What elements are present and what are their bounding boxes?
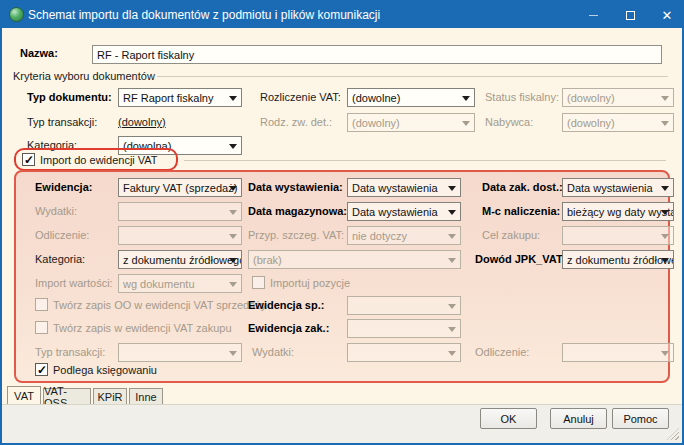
chevron-down-icon — [448, 304, 456, 309]
importuj-pozycje-checkbox — [252, 276, 265, 289]
chevron-down-icon — [229, 144, 237, 149]
chevron-down-icon — [661, 186, 669, 191]
maximize-icon — [626, 11, 635, 20]
typ-dokumentu-label: Typ dokumentu: — [27, 91, 112, 103]
tab-inne-label: Inne — [135, 391, 156, 403]
status-fiskalny-combobox: (dowolny) — [562, 88, 674, 107]
import-vat-checkbox-label: Import do ewidencji VAT — [40, 154, 158, 166]
mc-naliczenia-label: M-c naliczenia: — [482, 205, 560, 217]
ewidencja-label: Ewidencja: — [35, 181, 92, 193]
przyp-szczeg-vat-value: nie dotyczy — [352, 230, 407, 242]
name-input[interactable]: RF - Raport fiskalny — [92, 45, 662, 64]
cancel-button-label: Anuluj — [563, 413, 594, 425]
chevron-down-icon — [448, 327, 456, 332]
import-wartosci-value: wg dokumentu — [123, 278, 195, 290]
dowod-jpk-value: z dokumentu źródłowe — [567, 254, 674, 266]
data-magazynowa-combobox[interactable]: Data wystawienia — [347, 202, 461, 221]
data-wystawienia-value: Data wystawienia — [352, 182, 438, 194]
rodz-zw-det-combobox: (dowolny) — [347, 113, 475, 132]
chevron-down-icon — [448, 210, 456, 215]
chevron-down-icon — [462, 121, 470, 126]
import-wartosci-combobox: wg dokumentu — [118, 274, 242, 293]
ewidencja-value: Faktury VAT (sprzedaż) — [123, 182, 237, 194]
tab-vat-oss[interactable]: VAT-OSS — [43, 388, 91, 405]
data-magazynowa-value: Data wystawienia — [352, 206, 438, 218]
chevron-down-icon — [229, 210, 237, 215]
rozliczenie-vat-combobox[interactable]: (dowolne) — [347, 88, 475, 107]
status-fiskalny-value: (dowolny) — [567, 92, 615, 104]
przyp-szczeg-vat-label: Przyp. szczeg. VAT: — [248, 229, 344, 241]
rodz-zw-det-value: (dowolny) — [352, 117, 400, 129]
close-button[interactable]: ✕ — [650, 2, 684, 28]
ewidencja-sp-label: Ewidencja sp.: — [248, 299, 324, 311]
rozliczenie-vat-label: Rozliczenie VAT: — [260, 91, 341, 103]
tab-kpir-label: KPiR — [97, 391, 122, 403]
maximize-button[interactable] — [613, 2, 647, 28]
chevron-down-icon — [448, 258, 456, 263]
panel-kategoria-combobox[interactable]: z dokumentu źródłowego — [118, 250, 242, 269]
help-button[interactable]: Pomoc — [612, 408, 669, 429]
kategoria-brak-value: (brak) — [253, 254, 282, 266]
tab-kpir[interactable]: KPiR — [93, 388, 127, 405]
import-schema-dialog: Schemat importu dla dokumentów z podmiot… — [0, 0, 684, 445]
status-fiskalny-label: Status fiskalny: — [485, 91, 559, 103]
chevron-down-icon — [229, 351, 237, 356]
import-vat-group-line — [184, 160, 666, 161]
tab-vat[interactable]: VAT — [7, 386, 41, 405]
chevron-down-icon — [661, 121, 669, 126]
minimize-button[interactable] — [576, 2, 610, 28]
rodz-zw-det-label: Rodz. zw. det.: — [260, 116, 332, 128]
data-wystawienia-combobox[interactable]: Data wystawienia — [347, 178, 461, 197]
mc-naliczenia-value: bieżący wg daty wysta — [567, 206, 674, 218]
odliczenie2-label: Odliczenie: — [475, 346, 529, 358]
help-button-label: Pomoc — [623, 413, 657, 425]
data-wystawienia-label: Data wystawienia: — [248, 181, 343, 193]
nabywca-label: Nabywca: — [485, 116, 533, 128]
data-zak-dost-combobox[interactable]: Data wystawienia — [562, 178, 674, 197]
criteria-group-title: Kryteria wyboru dokumentów — [13, 70, 155, 82]
wydatki-combobox — [118, 202, 242, 221]
dowod-jpk-combobox[interactable]: z dokumentu źródłowe — [562, 250, 674, 269]
import-vat-checkbox[interactable] — [22, 153, 35, 166]
podlega-ksiegowaniu-label: Podlega księgowaniu — [53, 364, 157, 376]
odliczenie2-combobox — [562, 343, 674, 362]
titlebar[interactable]: Schemat importu dla dokumentów z podmiot… — [2, 2, 682, 28]
cancel-button[interactable]: Anuluj — [550, 408, 607, 429]
app-icon — [9, 7, 24, 22]
chevron-down-icon — [661, 258, 669, 263]
przyp-szczeg-vat-combobox: nie dotyczy — [347, 226, 461, 245]
name-input-value: RF - Raport fiskalny — [97, 49, 194, 61]
ok-button[interactable]: OK — [480, 408, 537, 429]
ewidencja-combobox[interactable]: Faktury VAT (sprzedaż) — [118, 178, 242, 197]
panel-typ-transakcji-combobox — [118, 343, 242, 362]
cel-zakupu-label: Cel zakupu: — [482, 229, 540, 241]
typ-dokumentu-combobox[interactable]: RF Raport fiskalny — [118, 88, 242, 107]
tab-inne[interactable]: Inne — [129, 388, 163, 405]
panel-kategoria-value: z dokumentu źródłowego — [123, 254, 242, 266]
chevron-down-icon — [448, 186, 456, 191]
mc-naliczenia-combobox[interactable]: bieżący wg daty wysta — [562, 202, 674, 221]
minimize-icon — [589, 15, 598, 16]
ok-button-label: OK — [501, 413, 517, 425]
typ-dokumentu-value: RF Raport fiskalny — [123, 92, 213, 104]
wydatki2-label: Wydatki: — [252, 346, 294, 358]
tworz-oo-label: Twórz zapis OO w ewidencji VAT sprzedaży — [53, 299, 266, 311]
cel-zakupu-combobox — [562, 226, 674, 245]
wydatki-label: Wydatki: — [35, 205, 77, 217]
name-label: Nazwa: — [20, 47, 58, 59]
import-wartosci-label: Import wartości: — [35, 277, 113, 289]
data-magazynowa-label: Data magazynowa: — [248, 205, 347, 217]
chevron-down-icon — [229, 282, 237, 287]
typ-transakcji-link[interactable]: (dowolny) — [118, 116, 166, 128]
chevron-down-icon — [661, 210, 669, 215]
ewidencja-sp-combobox — [347, 296, 461, 315]
chevron-down-icon — [229, 258, 237, 263]
chevron-down-icon — [229, 96, 237, 101]
chevron-down-icon — [448, 234, 456, 239]
panel-typ-transakcji-label: Typ transakcji: — [35, 346, 105, 358]
tworz-zakup-checkbox — [35, 321, 48, 334]
close-icon: ✕ — [662, 9, 673, 22]
dowod-jpk-label: Dowód JPK_VAT: — [475, 253, 565, 265]
podlega-ksiegowaniu-checkbox[interactable] — [35, 363, 48, 376]
criteria-group-line — [157, 76, 668, 77]
